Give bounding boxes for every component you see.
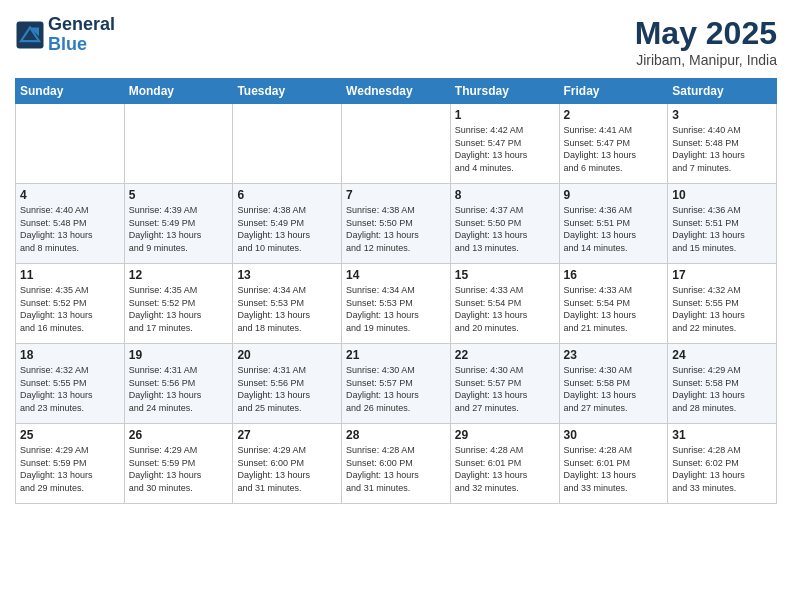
calendar-cell: 16Sunrise: 4:33 AM Sunset: 5:54 PM Dayli… [559, 264, 668, 344]
calendar-week-row: 4Sunrise: 4:40 AM Sunset: 5:48 PM Daylig… [16, 184, 777, 264]
day-info: Sunrise: 4:29 AM Sunset: 5:59 PM Dayligh… [129, 444, 229, 494]
day-header-monday: Monday [124, 79, 233, 104]
calendar-cell: 28Sunrise: 4:28 AM Sunset: 6:00 PM Dayli… [342, 424, 451, 504]
day-info: Sunrise: 4:33 AM Sunset: 5:54 PM Dayligh… [455, 284, 555, 334]
day-number: 2 [564, 108, 664, 122]
day-header-saturday: Saturday [668, 79, 777, 104]
day-number: 16 [564, 268, 664, 282]
day-info: Sunrise: 4:30 AM Sunset: 5:57 PM Dayligh… [455, 364, 555, 414]
day-header-thursday: Thursday [450, 79, 559, 104]
logo-line2: Blue [48, 34, 87, 54]
day-info: Sunrise: 4:32 AM Sunset: 5:55 PM Dayligh… [672, 284, 772, 334]
day-header-tuesday: Tuesday [233, 79, 342, 104]
day-number: 10 [672, 188, 772, 202]
day-number: 9 [564, 188, 664, 202]
day-info: Sunrise: 4:29 AM Sunset: 5:58 PM Dayligh… [672, 364, 772, 414]
calendar-cell: 9Sunrise: 4:36 AM Sunset: 5:51 PM Daylig… [559, 184, 668, 264]
calendar-cell: 6Sunrise: 4:38 AM Sunset: 5:49 PM Daylig… [233, 184, 342, 264]
day-info: Sunrise: 4:37 AM Sunset: 5:50 PM Dayligh… [455, 204, 555, 254]
day-info: Sunrise: 4:31 AM Sunset: 5:56 PM Dayligh… [129, 364, 229, 414]
calendar-cell [342, 104, 451, 184]
calendar-week-row: 18Sunrise: 4:32 AM Sunset: 5:55 PM Dayli… [16, 344, 777, 424]
calendar-cell: 7Sunrise: 4:38 AM Sunset: 5:50 PM Daylig… [342, 184, 451, 264]
day-info: Sunrise: 4:36 AM Sunset: 5:51 PM Dayligh… [672, 204, 772, 254]
days-header-row: SundayMondayTuesdayWednesdayThursdayFrid… [16, 79, 777, 104]
day-info: Sunrise: 4:38 AM Sunset: 5:50 PM Dayligh… [346, 204, 446, 254]
calendar-cell: 5Sunrise: 4:39 AM Sunset: 5:49 PM Daylig… [124, 184, 233, 264]
day-number: 3 [672, 108, 772, 122]
day-info: Sunrise: 4:33 AM Sunset: 5:54 PM Dayligh… [564, 284, 664, 334]
day-info: Sunrise: 4:40 AM Sunset: 5:48 PM Dayligh… [20, 204, 120, 254]
day-info: Sunrise: 4:29 AM Sunset: 5:59 PM Dayligh… [20, 444, 120, 494]
calendar-cell: 12Sunrise: 4:35 AM Sunset: 5:52 PM Dayli… [124, 264, 233, 344]
calendar-cell: 14Sunrise: 4:34 AM Sunset: 5:53 PM Dayli… [342, 264, 451, 344]
day-info: Sunrise: 4:41 AM Sunset: 5:47 PM Dayligh… [564, 124, 664, 174]
calendar-cell [124, 104, 233, 184]
calendar-table: SundayMondayTuesdayWednesdayThursdayFrid… [15, 78, 777, 504]
day-number: 6 [237, 188, 337, 202]
day-number: 17 [672, 268, 772, 282]
day-number: 26 [129, 428, 229, 442]
page-header: General Blue May 2025 Jiribam, Manipur, … [15, 15, 777, 68]
day-header-sunday: Sunday [16, 79, 125, 104]
day-number: 13 [237, 268, 337, 282]
calendar-cell: 11Sunrise: 4:35 AM Sunset: 5:52 PM Dayli… [16, 264, 125, 344]
calendar-cell: 10Sunrise: 4:36 AM Sunset: 5:51 PM Dayli… [668, 184, 777, 264]
logo-line1: General [48, 15, 115, 35]
day-number: 24 [672, 348, 772, 362]
logo: General Blue [15, 15, 115, 55]
day-number: 18 [20, 348, 120, 362]
calendar-cell [16, 104, 125, 184]
calendar-cell: 3Sunrise: 4:40 AM Sunset: 5:48 PM Daylig… [668, 104, 777, 184]
calendar-week-row: 25Sunrise: 4:29 AM Sunset: 5:59 PM Dayli… [16, 424, 777, 504]
day-info: Sunrise: 4:38 AM Sunset: 5:49 PM Dayligh… [237, 204, 337, 254]
logo-text: General Blue [48, 15, 115, 55]
calendar-week-row: 1Sunrise: 4:42 AM Sunset: 5:47 PM Daylig… [16, 104, 777, 184]
day-header-wednesday: Wednesday [342, 79, 451, 104]
calendar-cell: 27Sunrise: 4:29 AM Sunset: 6:00 PM Dayli… [233, 424, 342, 504]
day-info: Sunrise: 4:36 AM Sunset: 5:51 PM Dayligh… [564, 204, 664, 254]
day-number: 4 [20, 188, 120, 202]
day-info: Sunrise: 4:34 AM Sunset: 5:53 PM Dayligh… [237, 284, 337, 334]
calendar-cell: 18Sunrise: 4:32 AM Sunset: 5:55 PM Dayli… [16, 344, 125, 424]
calendar-cell: 20Sunrise: 4:31 AM Sunset: 5:56 PM Dayli… [233, 344, 342, 424]
day-info: Sunrise: 4:40 AM Sunset: 5:48 PM Dayligh… [672, 124, 772, 174]
logo-icon [15, 20, 45, 50]
calendar-cell: 29Sunrise: 4:28 AM Sunset: 6:01 PM Dayli… [450, 424, 559, 504]
day-info: Sunrise: 4:28 AM Sunset: 6:01 PM Dayligh… [564, 444, 664, 494]
calendar-cell [233, 104, 342, 184]
day-number: 25 [20, 428, 120, 442]
calendar-cell: 25Sunrise: 4:29 AM Sunset: 5:59 PM Dayli… [16, 424, 125, 504]
calendar-cell: 21Sunrise: 4:30 AM Sunset: 5:57 PM Dayli… [342, 344, 451, 424]
day-info: Sunrise: 4:39 AM Sunset: 5:49 PM Dayligh… [129, 204, 229, 254]
calendar-cell: 2Sunrise: 4:41 AM Sunset: 5:47 PM Daylig… [559, 104, 668, 184]
calendar-cell: 8Sunrise: 4:37 AM Sunset: 5:50 PM Daylig… [450, 184, 559, 264]
day-info: Sunrise: 4:42 AM Sunset: 5:47 PM Dayligh… [455, 124, 555, 174]
calendar-cell: 23Sunrise: 4:30 AM Sunset: 5:58 PM Dayli… [559, 344, 668, 424]
day-header-friday: Friday [559, 79, 668, 104]
day-number: 20 [237, 348, 337, 362]
day-number: 29 [455, 428, 555, 442]
day-number: 12 [129, 268, 229, 282]
title-block: May 2025 Jiribam, Manipur, India [635, 15, 777, 68]
calendar-cell: 24Sunrise: 4:29 AM Sunset: 5:58 PM Dayli… [668, 344, 777, 424]
day-info: Sunrise: 4:31 AM Sunset: 5:56 PM Dayligh… [237, 364, 337, 414]
day-number: 8 [455, 188, 555, 202]
day-info: Sunrise: 4:29 AM Sunset: 6:00 PM Dayligh… [237, 444, 337, 494]
day-info: Sunrise: 4:35 AM Sunset: 5:52 PM Dayligh… [129, 284, 229, 334]
calendar-cell: 31Sunrise: 4:28 AM Sunset: 6:02 PM Dayli… [668, 424, 777, 504]
day-info: Sunrise: 4:30 AM Sunset: 5:58 PM Dayligh… [564, 364, 664, 414]
day-number: 11 [20, 268, 120, 282]
calendar-cell: 22Sunrise: 4:30 AM Sunset: 5:57 PM Dayli… [450, 344, 559, 424]
day-info: Sunrise: 4:30 AM Sunset: 5:57 PM Dayligh… [346, 364, 446, 414]
calendar-cell: 30Sunrise: 4:28 AM Sunset: 6:01 PM Dayli… [559, 424, 668, 504]
calendar-week-row: 11Sunrise: 4:35 AM Sunset: 5:52 PM Dayli… [16, 264, 777, 344]
day-number: 7 [346, 188, 446, 202]
calendar-cell: 1Sunrise: 4:42 AM Sunset: 5:47 PM Daylig… [450, 104, 559, 184]
day-number: 23 [564, 348, 664, 362]
day-number: 31 [672, 428, 772, 442]
calendar-cell: 15Sunrise: 4:33 AM Sunset: 5:54 PM Dayli… [450, 264, 559, 344]
day-number: 5 [129, 188, 229, 202]
day-number: 22 [455, 348, 555, 362]
day-info: Sunrise: 4:28 AM Sunset: 6:02 PM Dayligh… [672, 444, 772, 494]
